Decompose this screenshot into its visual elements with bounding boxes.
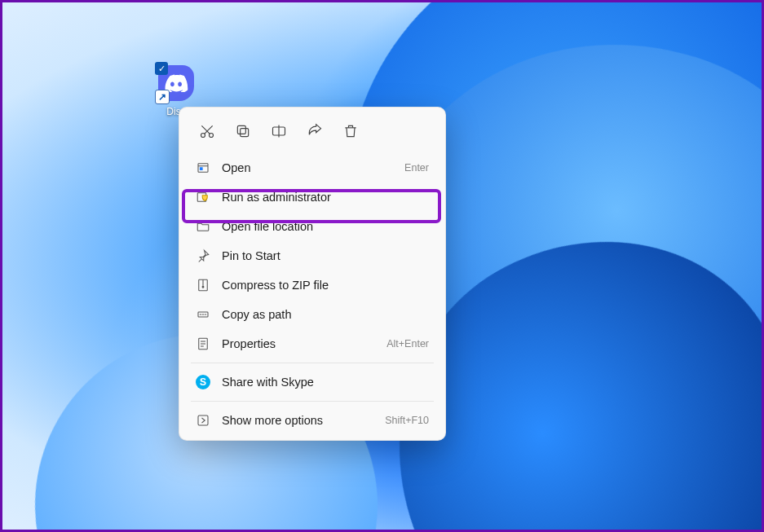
discord-icon: ✓ ↗ [157, 64, 196, 103]
menu-item-open-file-location[interactable]: Open file location [184, 212, 440, 241]
share-icon [307, 123, 323, 142]
menu-item-properties[interactable]: Properties Alt+Enter [184, 329, 440, 358]
menu-item-share-with-skype[interactable]: S Share with Skype [184, 367, 440, 397]
share-button[interactable] [298, 117, 331, 147]
skype-icon: S [196, 375, 210, 389]
menu-item-show-more-options[interactable]: Show more options Shift+F10 [184, 406, 440, 435]
shortcut-arrow-icon: ↗ [155, 90, 170, 104]
shield-icon [196, 190, 210, 204]
svg-rect-20 [198, 415, 208, 425]
svg-rect-10 [200, 167, 203, 170]
menu-separator [191, 363, 434, 363]
properties-icon [196, 336, 210, 351]
menu-item-label: Compress to ZIP file [222, 279, 417, 292]
cut-button[interactable] [191, 117, 223, 147]
rename-icon [271, 123, 287, 142]
context-menu-action-row [184, 112, 440, 153]
svg-rect-8 [198, 164, 208, 173]
delete-icon [342, 123, 359, 142]
context-menu: Open Enter Run as administrator Open fil… [179, 107, 446, 441]
menu-item-accelerator: Alt+Enter [386, 338, 429, 350]
more-icon [196, 413, 210, 428]
copy-icon [235, 123, 251, 142]
svg-rect-4 [241, 128, 249, 136]
menu-item-label: Copy as path [222, 308, 417, 321]
menu-item-label: Run as administrator [222, 191, 417, 204]
checkmark-badge-icon: ✓ [155, 62, 168, 75]
menu-item-label: Properties [222, 337, 375, 350]
menu-item-label: Share with Skype [222, 376, 417, 389]
delete-button[interactable] [334, 117, 367, 147]
svg-point-14 [202, 286, 204, 288]
menu-item-label: Open [222, 161, 393, 174]
menu-separator [191, 401, 434, 402]
menu-item-pin-to-start[interactable]: Pin to Start [184, 241, 440, 270]
folder-icon [196, 219, 210, 234]
menu-item-compress-to-zip[interactable]: Compress to ZIP file [184, 270, 440, 300]
menu-item-label: Open file location [222, 220, 417, 233]
zip-icon [196, 278, 210, 292]
rename-button[interactable] [263, 117, 295, 147]
cut-icon [199, 123, 215, 142]
pin-icon [196, 248, 210, 263]
menu-item-label: Show more options [222, 414, 373, 427]
menu-item-copy-as-path[interactable]: Copy as path [184, 300, 440, 329]
menu-item-label: Pin to Start [222, 249, 417, 262]
menu-item-accelerator: Shift+F10 [385, 415, 429, 426]
menu-item-accelerator: Enter [404, 162, 429, 174]
open-icon [196, 160, 210, 175]
copy-button[interactable] [227, 117, 259, 147]
path-icon [196, 307, 210, 322]
svg-rect-5 [237, 125, 245, 134]
menu-item-open[interactable]: Open Enter [184, 153, 440, 182]
menu-item-run-as-administrator[interactable]: Run as administrator [184, 182, 440, 212]
